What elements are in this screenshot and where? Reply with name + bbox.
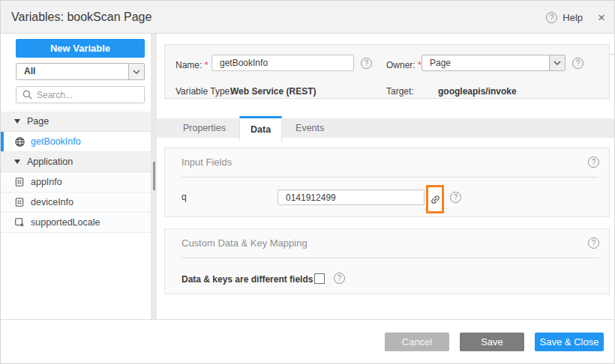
section-divider <box>182 258 598 258</box>
save-button[interactable]: Save <box>460 333 524 351</box>
tab-events[interactable]: Events <box>282 118 338 138</box>
q-field-label: q <box>182 192 187 202</box>
page-title: Variables: bookScan Page <box>11 1 152 33</box>
required-asterisk: * <box>205 60 208 70</box>
dialog-footer: Cancel Save Save & Close <box>1 319 614 363</box>
search-icon <box>22 90 32 100</box>
variable-type-value: Web Service (REST) <box>230 86 316 97</box>
q-field-help-icon[interactable] <box>450 192 461 203</box>
sidebar-scrollbar-thumb[interactable] <box>153 162 155 190</box>
help-icon[interactable] <box>546 12 557 23</box>
name-label: Name: * <box>176 60 208 70</box>
different-fields-label: Data & keys are different fields <box>182 274 313 285</box>
close-icon[interactable]: × <box>598 11 605 24</box>
filter-dropdown[interactable]: All <box>16 63 145 80</box>
tree-category-application[interactable]: Application <box>1 152 151 172</box>
filter-dropdown-value: All <box>24 64 35 79</box>
save-close-button[interactable]: Save & Close <box>535 333 604 351</box>
detail-tabbar: Properties Data Events <box>157 118 614 138</box>
tree-item-label: supportedLocale <box>31 217 100 228</box>
target-label: Target: <box>386 86 414 97</box>
map-data-button[interactable] <box>426 185 444 213</box>
variables-tree: Page getBookInfo Application appInfo <box>1 112 151 233</box>
tab-data[interactable]: Data <box>239 116 282 141</box>
tree-item-deviceinfo[interactable]: deviceInfo <box>1 192 151 213</box>
section-title: Custom Data & Key Mapping <box>182 237 308 249</box>
tree-item-label: deviceInfo <box>31 197 74 207</box>
dialog-header: Variables: bookScan Page Help × <box>1 1 614 34</box>
section-title: Input Fields <box>182 157 232 168</box>
collapse-triangle-icon[interactable] <box>14 119 20 124</box>
collapse-triangle-icon[interactable] <box>14 160 20 164</box>
name-field[interactable] <box>212 55 354 71</box>
tree-item-getbookinfo[interactable]: getBookInfo <box>1 132 151 152</box>
chevron-down-icon[interactable] <box>128 64 144 79</box>
target-value: googleapis/invoke <box>438 86 517 97</box>
tree-item-label: getBookInfo <box>31 136 81 147</box>
search-box <box>16 86 145 103</box>
link-icon <box>430 194 441 205</box>
variable-summary-panel: Name: * Owner: * Page Variable Type: Web… <box>164 44 610 99</box>
name-help-icon[interactable] <box>361 58 372 69</box>
tree-item-label: appInfo <box>31 177 62 187</box>
search-input[interactable] <box>37 90 138 100</box>
locale-icon <box>14 217 26 228</box>
tree-category-label: Application <box>27 157 73 167</box>
tab-properties[interactable]: Properties <box>170 118 239 138</box>
web-service-icon <box>14 136 26 148</box>
variables-dialog: Variables: bookScan Page Help × New Vari… <box>0 0 615 364</box>
new-variable-button[interactable]: New Variable <box>16 39 145 58</box>
q-field-input[interactable] <box>278 189 424 205</box>
section-divider <box>182 177 598 178</box>
variable-detail-pane: Name: * Owner: * Page Variable Type: Web… <box>157 34 614 321</box>
custom-mapping-help-icon[interactable] <box>588 237 599 249</box>
custom-mapping-section: Custom Data & Key Mapping Data & keys ar… <box>164 228 610 294</box>
tree-category-label: Page <box>27 116 49 127</box>
tree-item-appinfo[interactable]: appInfo <box>1 172 151 192</box>
tree-item-supportedlocale[interactable]: supportedLocale <box>1 213 151 233</box>
different-fields-checkbox[interactable] <box>314 273 325 284</box>
cancel-button[interactable]: Cancel <box>385 333 449 351</box>
required-asterisk: * <box>418 60 422 70</box>
device-icon <box>14 177 26 188</box>
chevron-down-icon[interactable] <box>549 55 565 70</box>
input-fields-section: Input Fields q <box>164 148 610 217</box>
owner-label: Owner: * <box>386 60 422 70</box>
different-fields-help-icon[interactable] <box>334 273 345 284</box>
owner-help-icon[interactable] <box>572 58 584 69</box>
input-fields-help-icon[interactable] <box>588 157 599 168</box>
variables-sidebar: New Variable All Page getBookInfo <box>1 34 151 321</box>
sidebar-scrollbar-track[interactable] <box>151 34 157 321</box>
variable-type-label: Variable Type: <box>176 86 232 97</box>
owner-dropdown[interactable]: Page <box>422 55 566 71</box>
help-link[interactable]: Help <box>562 12 583 23</box>
device-icon <box>14 197 26 208</box>
tree-category-page[interactable]: Page <box>1 112 151 132</box>
owner-dropdown-value: Page <box>430 55 451 70</box>
